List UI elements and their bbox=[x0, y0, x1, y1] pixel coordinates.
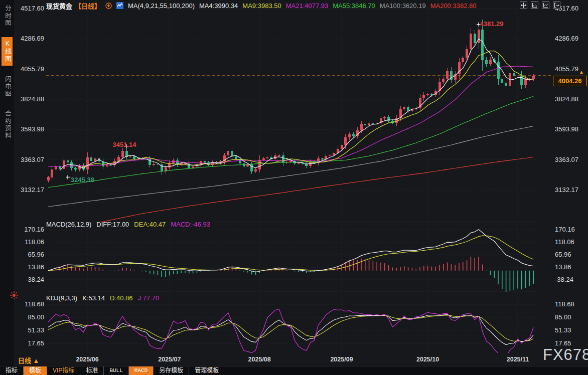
kdj-header: KDJ(9,3,3) K:53.14 D:40.86 J:77.70 bbox=[46, 294, 159, 302]
month-label: 2025/07 bbox=[158, 356, 181, 363]
move-crosshair-icon[interactable] bbox=[520, 2, 527, 9]
symbol-name: 现货黄金 bbox=[46, 1, 72, 11]
kdj-k-value: K:53.14 bbox=[82, 294, 105, 302]
chart-header: 现货黄金 【日线】 MA(4,9,21,55,100,200) MA4:3990… bbox=[46, 1, 476, 10]
sidebar-item-contract-info[interactable]: 合约资料 bbox=[2, 107, 13, 142]
month-label: 2025/10 bbox=[416, 356, 439, 363]
month-label: 2025/06 bbox=[76, 356, 98, 363]
axis-line-chart-icon[interactable] bbox=[542, 2, 549, 9]
toolbar-item-6[interactable]: MACD bbox=[128, 366, 153, 375]
sidebar-item-timeline-chart[interactable]: 分时图 bbox=[2, 2, 13, 30]
chart-app-window: 分时图 K线图 闪电图 合约资料 现货黄金 【日线】 MA(4,9,21,55,… bbox=[0, 0, 588, 375]
toolbar-item-3[interactable]: VIP指标 bbox=[47, 366, 80, 375]
kdj-j-value: J:77.70 bbox=[138, 294, 160, 302]
macd-dea-value: DEA:40.47 bbox=[134, 221, 166, 228]
month-label: 2025/09 bbox=[330, 356, 353, 363]
axis-scale-icon[interactable] bbox=[531, 2, 538, 9]
sidebar: 分时图 K线图 闪电图 合约资料 bbox=[0, 0, 14, 375]
annotation-peak-high: 4381.29 bbox=[480, 20, 504, 28]
month-label: 2025/08 bbox=[248, 356, 271, 363]
ma200-value: MA200:3382.80 bbox=[430, 2, 477, 10]
watermark: FX678 bbox=[543, 346, 588, 364]
period-dropdown[interactable]: 日线 ▲ bbox=[18, 355, 39, 365]
ma-params-label: MA(4,9,21,55,100,200) bbox=[128, 2, 195, 10]
annotation-june-high: 3451.14 bbox=[113, 141, 136, 148]
ma55-value: MA55:3846.70 bbox=[333, 2, 375, 10]
ma21-value: MA21:4077.93 bbox=[286, 2, 329, 10]
annotation-may-low: 3245.38 bbox=[71, 176, 94, 183]
kdj-d-value: D:40.86 bbox=[110, 294, 133, 302]
toolbar-item-5[interactable]: BULL bbox=[103, 366, 128, 375]
toolbar-item-7[interactable]: 另存模板 bbox=[153, 366, 189, 375]
toolbar-item-1[interactable]: 指标 bbox=[0, 366, 23, 375]
add-indicator-icon[interactable] bbox=[105, 3, 112, 9]
macd-value: MACD:-46.93 bbox=[171, 221, 210, 228]
chart-toolbuttons bbox=[520, 2, 560, 9]
ma9-value: MA9:3983.50 bbox=[242, 2, 281, 10]
pan-right-icon[interactable] bbox=[553, 2, 560, 9]
current-price-box: 4004.26 bbox=[553, 76, 587, 86]
price-flag-icon[interactable]: ▲ bbox=[579, 69, 584, 75]
kdj-params-label: KDJ(9,3,3) bbox=[46, 294, 77, 302]
sidebar-item-kline-chart[interactable]: K线图 bbox=[2, 37, 13, 66]
bottom-toolbar: 指标模板VIP指标标准BULLMACD另存模板管理模板 bbox=[0, 366, 588, 375]
candlestick-badge-icon bbox=[116, 2, 123, 9]
ma4-value: MA4:3990.34 bbox=[199, 2, 238, 10]
x-axis-row: 日线 ▲ 2025/062025/072025/082025/092025/10… bbox=[0, 354, 588, 366]
month-label: 2025/11 bbox=[507, 356, 529, 363]
sidebar-item-lightning-chart[interactable]: 闪电图 bbox=[2, 73, 13, 101]
ma100-value: MA100:3620.19 bbox=[380, 2, 426, 10]
macd-params-label: MACD(26,12,9) bbox=[46, 221, 91, 228]
period-badge: 【日线】 bbox=[75, 1, 101, 11]
toolbar-item-2[interactable]: 模板 bbox=[23, 366, 47, 375]
toolbar-item-4[interactable]: 标准 bbox=[80, 366, 103, 375]
macd-header: MACD(26,12,9) DIFF:17.00 DEA:40.47 MACD:… bbox=[46, 221, 210, 228]
macd-diff-value: DIFF:17.00 bbox=[96, 221, 129, 228]
live-indicator-icon bbox=[10, 291, 19, 300]
toolbar-item-8[interactable]: 管理模板 bbox=[189, 366, 224, 375]
